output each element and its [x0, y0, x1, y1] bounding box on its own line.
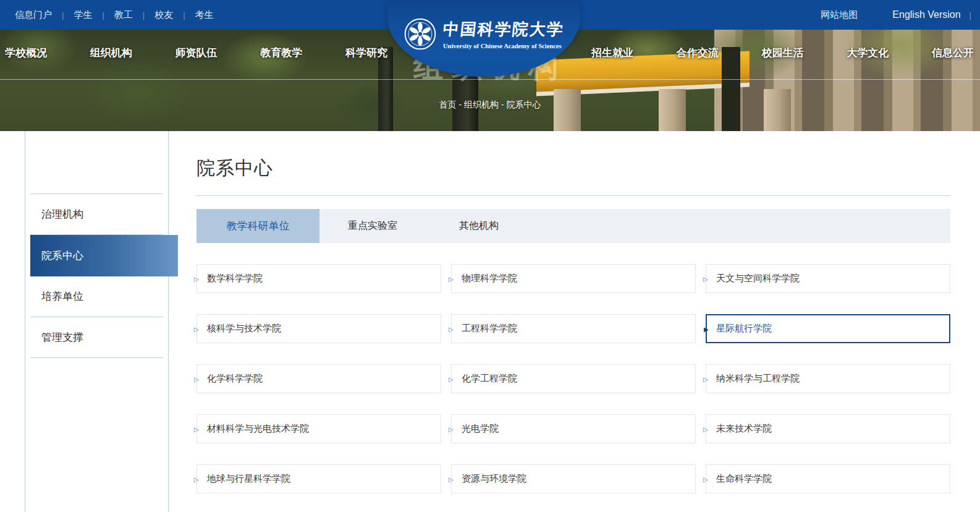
nav-school-overview[interactable]: 学校概况	[5, 46, 47, 60]
sidebar-item-governance[interactable]: 治理机构	[30, 194, 163, 235]
department-card[interactable]: ▷材料科学与光电技术学院	[196, 414, 441, 443]
separator: |	[183, 11, 185, 20]
department-label: 工程科学学院	[462, 323, 517, 335]
department-card[interactable]: ▷核科学与技术学院	[196, 314, 441, 343]
sidebar-menu: 治理机构 院系中心 培养单位 管理支撑	[30, 194, 163, 358]
department-label: 纳米科学与工程学院	[716, 373, 800, 385]
department-card[interactable]: ▷化学科学学院	[196, 364, 441, 393]
department-label: 光电学院	[462, 423, 499, 435]
department-card[interactable]: ▷纳米科学与工程学院	[706, 364, 950, 393]
department-grid: ▷数学科学学院 ▷物理科学学院 ▷天文与空间科学学院 ▷核科学与技术学院 ▷工程…	[196, 264, 950, 493]
chevron-right-icon: ▷	[703, 275, 708, 282]
chevron-right-filled-icon: ▶	[704, 325, 709, 332]
department-card[interactable]: ▷物理科学学院	[451, 264, 696, 293]
sidebar-item-management-support[interactable]: 管理支撑	[30, 317, 163, 358]
department-label: 化学工程学院	[462, 373, 517, 385]
department-card[interactable]: ▷生命科学学院	[706, 464, 950, 493]
department-label: 未来技术学院	[716, 423, 772, 435]
department-label: 地球与行星科学学院	[207, 473, 290, 485]
ucas-page: 信息门户 | 学生 | 教工 | 校友 | 考生 网站地图 English Ve…	[0, 0, 980, 512]
nav-organization[interactable]: 组织机构	[90, 46, 132, 60]
department-card[interactable]: ▷未来技术学院	[706, 414, 950, 443]
nav-admissions[interactable]: 招生就业	[591, 46, 633, 60]
chevron-right-icon: ▷	[194, 375, 199, 382]
topbar-utility-links: 网站地图 English Version |	[786, 9, 971, 21]
chevron-right-icon: ▷	[703, 476, 708, 482]
topbar-quick-links: 信息门户 | 学生 | 教工 | 校友 | 考生	[15, 9, 214, 21]
chevron-right-icon: ▷	[449, 476, 454, 482]
department-card[interactable]: ▷天文与空间科学学院	[706, 264, 950, 293]
department-card-highlighted[interactable]: ▶星际航行学院	[706, 314, 950, 343]
chevron-right-icon: ▷	[449, 275, 454, 282]
page-title: 院系中心	[196, 156, 950, 181]
department-label: 材料科学与光电技术学院	[207, 423, 309, 435]
main-nav-right: 招生就业 合作交流 校园生活 大学文化 信息公开	[591, 46, 974, 60]
separator: |	[102, 11, 104, 20]
ucas-logo-text: 中国科学院大学 University of Chinese Academy of…	[443, 19, 564, 49]
separator: |	[143, 11, 145, 20]
department-label: 核科学与技术学院	[207, 323, 281, 335]
chevron-right-icon: ▷	[703, 425, 708, 432]
tab-key-laboratories[interactable]: 重点实验室	[319, 209, 426, 243]
chevron-right-icon: ▷	[194, 325, 199, 332]
chevron-right-icon: ▷	[194, 476, 199, 482]
topbar-link-portal[interactable]: 信息门户	[15, 9, 52, 21]
topbar-link-alumni[interactable]: 校友	[154, 9, 173, 21]
department-card[interactable]: ▷光电学院	[451, 414, 696, 443]
topbar-link-students[interactable]: 学生	[74, 9, 92, 21]
main-nav-left: 学校概况 组织机构 师资队伍 教育教学 科学研究	[5, 46, 387, 60]
sitemap-link[interactable]: 网站地图	[821, 9, 858, 21]
nav-cooperation[interactable]: 合作交流	[677, 46, 719, 60]
department-card[interactable]: ▷化学工程学院	[451, 364, 696, 393]
nav-campus-life[interactable]: 校园生活	[762, 46, 804, 60]
chevron-right-icon: ▷	[194, 275, 199, 282]
chevron-right-icon: ▷	[449, 375, 454, 382]
university-name-en: University of Chinese Academy of Science…	[443, 43, 564, 49]
sidebar: 治理机构 院系中心 培养单位 管理支撑	[25, 131, 169, 512]
nav-research[interactable]: 科学研究	[345, 46, 387, 60]
english-version-link[interactable]: English Version	[892, 9, 960, 20]
chevron-right-icon: ▷	[449, 425, 454, 432]
breadcrumb[interactable]: 首页 - 组织机构 - 院系中心	[0, 100, 980, 111]
department-label: 资源与环境学院	[462, 473, 526, 485]
nav-faculty[interactable]: 师资队伍	[175, 46, 218, 60]
tab-bar: 教学科研单位 重点实验室 其他机构	[196, 209, 950, 243]
tab-other-institutions[interactable]: 其他机构	[426, 209, 532, 243]
content-area: 治理机构 院系中心 培养单位 管理支撑 院系中心 教学科研单位 重点实验室 其他…	[0, 131, 980, 512]
tab-teaching-research-units-active[interactable]: 教学科研单位	[196, 209, 319, 243]
sidebar-item-training-units[interactable]: 培养单位	[30, 276, 163, 317]
department-card[interactable]: ▷资源与环境学院	[451, 464, 696, 493]
nav-education[interactable]: 教育教学	[260, 46, 302, 60]
department-label: 天文与空间科学学院	[716, 273, 800, 284]
chevron-right-icon: ▷	[703, 375, 708, 382]
university-name-cn: 中国科学院大学	[442, 19, 565, 40]
department-label: 物理科学学院	[462, 273, 517, 284]
separator: |	[62, 11, 64, 20]
department-card[interactable]: ▷数学科学学院	[196, 264, 441, 293]
ucas-emblem-icon	[403, 17, 437, 51]
main-panel: 院系中心 教学科研单位 重点实验室 其他机构 ▷数学科学学院 ▷物理科学学院 ▷…	[196, 131, 950, 512]
department-label: 化学科学学院	[207, 373, 263, 385]
department-label: 生命科学学院	[716, 473, 772, 485]
nav-culture[interactable]: 大学文化	[847, 46, 889, 60]
ucas-logo: 中国科学院大学 University of Chinese Academy of…	[403, 17, 564, 51]
sidebar-item-schools-active[interactable]: 院系中心	[30, 235, 178, 276]
topbar-link-applicants[interactable]: 考生	[195, 9, 214, 21]
department-card[interactable]: ▷地球与行星科学学院	[196, 464, 441, 493]
chevron-right-icon: ▷	[449, 325, 454, 332]
topbar-link-faculty[interactable]: 教工	[114, 9, 133, 21]
department-label: 数学科学学院	[207, 273, 263, 284]
separator: |	[969, 11, 971, 20]
department-label: 星际航行学院	[716, 323, 772, 335]
department-card[interactable]: ▷工程科学学院	[451, 314, 696, 343]
chevron-right-icon: ▷	[194, 425, 199, 432]
title-divider	[196, 195, 950, 196]
nav-info-disclosure[interactable]: 信息公开	[932, 46, 974, 60]
